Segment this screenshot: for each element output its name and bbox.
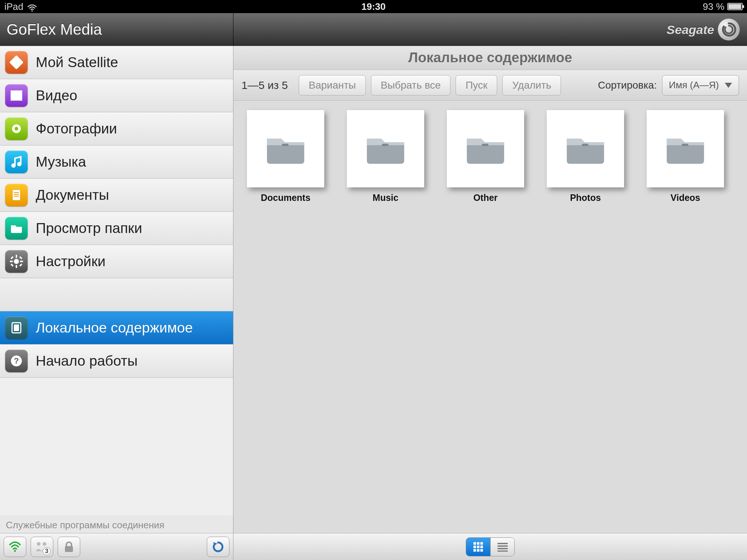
select-all-button[interactable]: Выбрать все [371, 75, 451, 96]
folder-label: Music [373, 192, 399, 203]
sort-value: Имя (А—Я) [669, 79, 719, 91]
settings-icon [5, 250, 28, 273]
sidebar-item-label: Видео [36, 88, 77, 104]
delete-button[interactable]: Удалить [502, 75, 561, 96]
wifi-icon [27, 3, 37, 10]
sidebar-item-label: Документы [36, 187, 109, 203]
sidebar-item-documents[interactable]: Документы [0, 179, 233, 212]
sidebar-item-settings[interactable]: Настройки [0, 245, 233, 278]
folder-label: Videos [670, 192, 700, 203]
sidebar-item-label: Просмотр папки [36, 220, 142, 236]
svg-rect-18 [11, 256, 13, 259]
folder-label: Documents [261, 192, 310, 203]
svg-rect-16 [10, 261, 13, 262]
folder-icon [5, 217, 28, 240]
wifi-status-button[interactable] [4, 537, 26, 557]
svg-rect-31 [382, 144, 388, 146]
options-button[interactable]: Варианты [299, 75, 365, 96]
folder-item[interactable]: Other [444, 110, 527, 203]
svg-point-13 [14, 259, 19, 264]
help-icon: ? [5, 350, 28, 372]
sidebar-item-photos[interactable]: Фотографии [0, 112, 233, 145]
video-icon [5, 84, 28, 107]
svg-rect-35 [473, 542, 476, 545]
svg-rect-42 [477, 549, 480, 552]
svg-rect-32 [482, 144, 488, 146]
grid-view-button[interactable] [466, 538, 490, 556]
folder-item[interactable]: Photos [543, 110, 627, 203]
sidebar-item-music[interactable]: Музыка [0, 145, 233, 179]
svg-rect-23 [14, 324, 19, 331]
connection-tools-label: Служебные программы соединения [0, 515, 233, 533]
svg-rect-11 [14, 194, 19, 195]
svg-point-27 [37, 542, 40, 546]
refresh-button[interactable] [207, 537, 229, 557]
svg-rect-19 [19, 264, 22, 267]
svg-rect-30 [282, 144, 289, 146]
content-toolbar: 1—5 из 5 Варианты Выбрать все Пуск Удали… [233, 70, 747, 101]
device-label: iPad [4, 1, 23, 12]
local-icon [5, 316, 28, 339]
main-toolbar [233, 533, 747, 560]
svg-point-6 [15, 127, 18, 131]
folder-label: Photos [570, 192, 601, 203]
lock-button[interactable] [58, 537, 80, 557]
svg-rect-9 [13, 190, 20, 200]
svg-rect-20 [19, 256, 22, 259]
svg-rect-40 [480, 545, 483, 548]
sidebar-item-label: Музыка [36, 154, 86, 170]
svg-rect-47 [498, 551, 508, 552]
svg-rect-36 [477, 542, 480, 545]
app-bar: GoFlex Media Seagate [0, 13, 747, 46]
folder-item[interactable]: Music [344, 110, 427, 203]
sidebar-item-satellite[interactable]: Мой Satellite [0, 46, 233, 79]
sort-label: Сортировка: [598, 79, 657, 91]
sidebar-item-label: Фотографии [36, 121, 117, 137]
connections-badge: 3 [43, 547, 51, 555]
svg-rect-3 [11, 90, 22, 92]
svg-rect-46 [498, 548, 508, 549]
play-button[interactable]: Пуск [456, 75, 497, 96]
svg-rect-41 [473, 549, 476, 552]
folder-icon [547, 110, 624, 187]
sort-dropdown[interactable]: Имя (А—Я) [662, 75, 739, 96]
photos-icon [5, 117, 28, 140]
sidebar-item-label: Локальное содержимое [36, 320, 193, 336]
main-area: Локальное содержимое 1—5 из 5 Варианты В… [233, 46, 747, 560]
documents-icon [5, 184, 28, 206]
content-title: Локальное содержимое [233, 46, 747, 70]
svg-rect-38 [473, 545, 476, 548]
music-icon [5, 151, 28, 173]
folder-label: Other [473, 192, 498, 203]
svg-rect-4 [11, 99, 22, 101]
folder-item[interactable]: Documents [244, 110, 328, 203]
clock: 19:30 [361, 1, 386, 12]
chevron-down-icon [725, 83, 732, 88]
folder-icon [647, 110, 724, 187]
list-view-button[interactable] [490, 538, 514, 556]
status-bar: iPad 19:30 93 % [0, 0, 747, 13]
svg-point-28 [43, 542, 46, 546]
connections-button[interactable]: 3 [31, 537, 53, 557]
folder-icon [247, 110, 324, 187]
sidebar-toolbar: 3 [0, 533, 233, 560]
sidebar-item-local[interactable]: Локальное содержимое [0, 311, 233, 345]
folder-item[interactable]: Videos [643, 110, 727, 203]
sidebar-item-label: Начало работы [36, 353, 138, 369]
sidebar-item-label: Настройки [36, 253, 105, 269]
svg-rect-44 [498, 543, 508, 544]
item-count: 1—5 из 5 [241, 79, 288, 92]
svg-rect-14 [16, 255, 17, 258]
app-title: GoFlex Media [0, 13, 233, 46]
sidebar-item-video[interactable]: Видео [0, 79, 233, 112]
sidebar-item-help[interactable]: ?Начало работы [0, 345, 233, 378]
brand-icon [718, 19, 740, 40]
sidebar-item-folder[interactable]: Просмотр папки [0, 212, 233, 245]
svg-rect-1 [9, 55, 24, 70]
brand-logo: Seagate [667, 19, 740, 40]
svg-rect-17 [20, 261, 23, 262]
satellite-icon [5, 51, 28, 74]
folder-icon [447, 110, 524, 187]
svg-rect-21 [11, 264, 13, 267]
svg-rect-34 [682, 144, 688, 146]
